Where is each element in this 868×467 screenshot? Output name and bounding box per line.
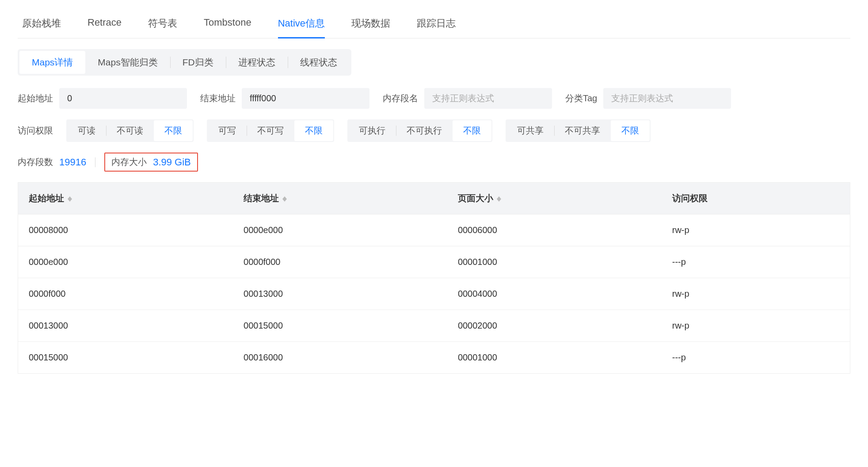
start-address-label: 起始地址 [18,92,53,104]
top-tab-1[interactable]: Retrace [88,9,122,38]
pg-read-option-0[interactable]: 可读 [67,120,106,141]
pg-share-option-2[interactable]: 不限 [611,120,650,141]
top-tab-5[interactable]: 现场数据 [351,9,390,38]
perm-read-group: 可读不可读不限 [66,119,194,142]
cell-perm: ---p [662,246,850,278]
perm-exec-group: 可执行不可执行不限 [347,119,492,142]
cell-size: 00001000 [447,342,662,374]
seg-count-label: 内存段数 [18,156,53,168]
sub-tab-0[interactable]: Maps详情 [19,51,85,74]
tag-input[interactable] [603,88,731,109]
col-header-2[interactable]: 页面大小 [447,183,662,214]
top-tab-0[interactable]: 原始栈堆 [22,9,61,38]
pg-read-option-1[interactable]: 不可读 [106,120,154,141]
cell-end: 0000e000 [233,214,447,246]
pg-write-option-0[interactable]: 可写 [208,120,247,141]
col-header-3: 访问权限 [662,183,850,214]
perm-write-group: 可写不可写不限 [207,119,334,142]
pg-share-option-1[interactable]: 不可共享 [554,120,611,141]
top-tabs: 原始栈堆Retrace符号表TombstoneNative信息现场数据跟踪日志 [18,9,850,38]
col-header-0[interactable]: 起始地址 [18,183,233,214]
sub-tabs: Maps详情Maps智能归类FD归类进程状态线程状态 [18,49,351,76]
cell-start: 00015000 [18,342,233,374]
cell-end: 0000f000 [233,246,447,278]
table-row[interactable]: 000130000001500000002000rw-p [18,310,850,342]
start-address-input[interactable] [59,88,187,109]
sort-icon [497,196,501,202]
cell-start: 0000e000 [18,246,233,278]
cell-size: 00004000 [447,278,662,310]
pg-share-option-0[interactable]: 可共享 [506,120,554,141]
pg-write-option-1[interactable]: 不可写 [247,120,294,141]
cell-end: 00016000 [233,342,447,374]
svg-marker-3 [282,199,287,202]
cell-end: 00015000 [233,310,447,342]
svg-marker-5 [497,199,501,202]
permission-label: 访问权限 [18,125,53,137]
top-tab-2[interactable]: 符号表 [148,9,177,38]
stats-divider [95,157,95,167]
sub-tab-4[interactable]: 线程状态 [288,51,350,74]
cell-end: 00013000 [233,278,447,310]
mem-size-value: 3.99 GiB [153,157,191,168]
cell-start: 00013000 [18,310,233,342]
segment-name-input[interactable] [424,88,552,109]
stats-row: 内存段数 19916 内存大小 3.99 GiB [18,153,850,172]
cell-perm: rw-p [662,310,850,342]
end-address-input[interactable] [242,88,369,109]
segment-name-label: 内存段名 [383,92,418,104]
mem-size-label: 内存大小 [111,156,147,168]
cell-size: 00002000 [447,310,662,342]
cell-perm: rw-p [662,214,850,246]
table-row[interactable]: 0000e0000000f00000001000---p [18,246,850,278]
filter-row-permissions: 访问权限 可读不可读不限 可写不可写不限 可执行不可执行不限 可共享不可共享不限 [18,119,850,142]
table-row[interactable]: 000150000001600000001000---p [18,342,850,374]
cell-perm: ---p [662,342,850,374]
top-tab-4[interactable]: Native信息 [278,9,325,38]
end-address-label: 结束地址 [200,92,236,104]
cell-size: 00006000 [447,214,662,246]
tag-label: 分类Tag [565,92,597,104]
cell-perm: rw-p [662,278,850,310]
sort-icon [68,196,72,202]
mem-size-highlight: 内存大小 3.99 GiB [104,153,198,172]
pg-exec-option-2[interactable]: 不限 [453,120,491,141]
cell-start: 0000f000 [18,278,233,310]
top-tab-6[interactable]: 跟踪日志 [417,9,456,38]
seg-count-value: 19916 [59,157,86,168]
sub-tab-1[interactable]: Maps智能归类 [85,51,170,74]
filter-row-addresses: 起始地址 结束地址 内存段名 分类Tag [18,88,850,109]
pg-exec-option-0[interactable]: 可执行 [348,120,396,141]
cell-size: 00001000 [447,246,662,278]
pg-exec-option-1[interactable]: 不可执行 [396,120,453,141]
col-header-1[interactable]: 结束地址 [233,183,447,214]
svg-marker-1 [68,199,72,202]
pg-write-option-2[interactable]: 不限 [294,120,333,141]
perm-share-group: 可共享不可共享不限 [506,119,651,142]
pg-read-option-2[interactable]: 不限 [154,120,193,141]
table-row[interactable]: 0000f0000001300000004000rw-p [18,278,850,310]
sub-tab-2[interactable]: FD归类 [170,51,226,74]
sort-icon [282,196,287,202]
cell-start: 00008000 [18,214,233,246]
sub-tab-3[interactable]: 进程状态 [226,51,288,74]
memory-maps-table: 起始地址 结束地址 页面大小 访问权限 000080000000e0000000… [18,182,850,374]
table-row[interactable]: 000080000000e00000006000rw-p [18,214,850,246]
top-tab-3[interactable]: Tombstone [204,9,251,38]
